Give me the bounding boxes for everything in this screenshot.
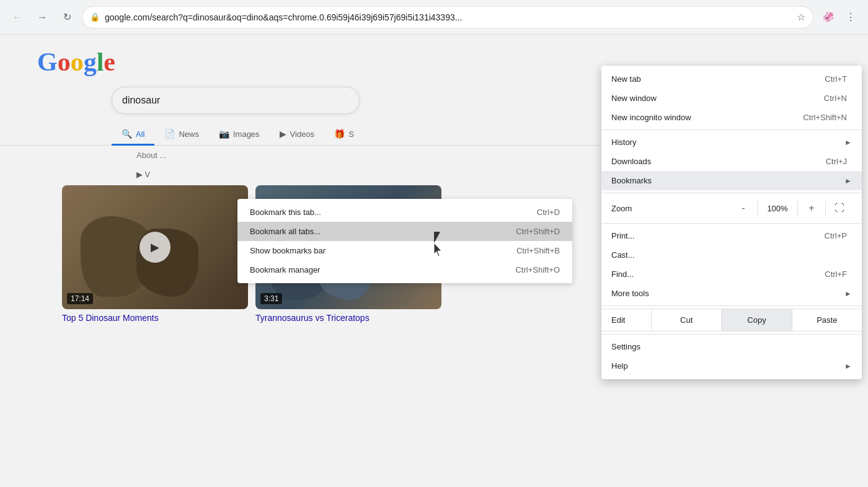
bookmark-manager-label: Bookmark manager: [250, 265, 320, 274]
menu-new-tab-label: New tab: [611, 74, 825, 84]
zoom-fullscreen-button[interactable]: ⛶: [827, 198, 852, 218]
menu-settings-label: Settings: [611, 342, 852, 351]
divider-3: [601, 223, 862, 224]
paste-button[interactable]: Paste: [792, 309, 862, 331]
bookmark-star-icon[interactable]: ☆: [797, 11, 805, 23]
menu-print-label: Print...: [611, 231, 825, 240]
chrome-menu: New tab Ctrl+T New window Ctrl+N New inc…: [601, 66, 862, 379]
back-button[interactable]: ←: [7, 7, 27, 27]
menu-print[interactable]: Print... Ctrl+P: [601, 226, 862, 245]
zoom-value: 100%: [759, 204, 796, 213]
menu-new-window-shortcut: Ctrl+N: [824, 94, 847, 103]
show-bookmarks-bar-shortcut: Ctrl+Shift+B: [516, 246, 560, 255]
zoom-separator-3: [825, 201, 826, 216]
menu-more-tools-label: More tools: [611, 289, 844, 298]
divider-5: [601, 334, 862, 335]
menu-history[interactable]: History ►: [601, 133, 862, 152]
menu-incognito-shortcut: Ctrl+Shift+N: [803, 113, 847, 122]
bookmark-this-tab-label: Bookmark this tab...: [250, 208, 321, 217]
zoom-row: Zoom - 100% + ⛶: [601, 196, 862, 221]
zoom-plus-button[interactable]: +: [799, 198, 824, 218]
bookmark-all-tabs-label: Bookmark all tabs...: [250, 227, 321, 236]
toolbar-icons: 🦑 ⋮: [818, 7, 861, 27]
divider-4: [601, 305, 862, 306]
zoom-separator-2: [797, 201, 798, 216]
browser-toolbar: ← → ↻ 🔒 google.com/search?q=dinosaur&oq=…: [0, 0, 868, 35]
menu-help[interactable]: Help ►: [601, 356, 862, 375]
menu-new-tab[interactable]: New tab Ctrl+T: [601, 69, 862, 89]
menu-print-shortcut: Ctrl+P: [825, 231, 847, 240]
menu-settings[interactable]: Settings: [601, 337, 862, 356]
menu-downloads-shortcut: Ctrl+J: [826, 157, 847, 166]
bookmark-this-tab[interactable]: Bookmark this tab... Ctrl+D: [237, 203, 572, 222]
bookmark-this-tab-shortcut: Ctrl+D: [537, 208, 560, 217]
divider-2: [601, 193, 862, 193]
menu-find[interactable]: Find... Ctrl+F: [601, 265, 862, 284]
zoom-label: Zoom: [611, 204, 731, 213]
bookmark-all-tabs[interactable]: Bookmark all tabs... Ctrl+Shift+D: [237, 222, 572, 241]
menu-find-label: Find...: [611, 270, 825, 279]
bookmarks-arrow-icon: ►: [844, 177, 852, 185]
menu-new-tab-shortcut: Ctrl+T: [825, 74, 847, 84]
menu-cast[interactable]: Cast...: [601, 245, 862, 265]
menu-bookmarks[interactable]: Bookmarks ►: [601, 171, 862, 190]
history-arrow-icon: ►: [844, 138, 852, 147]
menu-history-label: History: [611, 138, 844, 147]
zoom-minus-button[interactable]: -: [731, 198, 756, 218]
extensions-button[interactable]: 🦑: [818, 7, 838, 27]
url-text: google.com/search?q=dinosaur&oq=dino&aqs…: [105, 12, 792, 22]
page-content: G o o g l e dinosaur 🔍 All 📄 News: [0, 35, 868, 487]
menu-bookmarks-label: Bookmarks: [611, 176, 844, 185]
reload-button[interactable]: ↻: [57, 7, 77, 27]
bookmark-manager[interactable]: Bookmark manager Ctrl+Shift+O: [237, 260, 572, 279]
edit-row: Edit Cut Copy Paste: [601, 309, 862, 331]
menu-new-window-label: New window: [611, 94, 824, 103]
menu-incognito[interactable]: New incognito window Ctrl+Shift+N: [601, 108, 862, 127]
divider-1: [601, 129, 862, 130]
menu-downloads-label: Downloads: [611, 157, 826, 166]
address-bar[interactable]: 🔒 google.com/search?q=dinosaur&oq=dino&a…: [82, 6, 813, 29]
help-arrow-icon: ►: [844, 362, 852, 371]
menu-cast-label: Cast...: [611, 250, 852, 260]
more-tools-arrow-icon: ►: [844, 289, 852, 298]
show-bookmarks-bar-label: Show bookmarks bar: [250, 246, 326, 255]
bookmark-all-tabs-shortcut: Ctrl+Shift+D: [516, 227, 560, 236]
lock-icon: 🔒: [90, 12, 100, 22]
menu-help-label: Help: [611, 361, 844, 371]
menu-new-window[interactable]: New window Ctrl+N: [601, 89, 862, 108]
zoom-separator-1: [757, 201, 758, 216]
show-bookmarks-bar[interactable]: Show bookmarks bar Ctrl+Shift+B: [237, 241, 572, 260]
forward-button[interactable]: →: [32, 7, 52, 27]
menu-more-tools[interactable]: More tools ►: [601, 284, 862, 303]
edit-label: Edit: [601, 309, 651, 331]
bookmark-manager-shortcut: Ctrl+Shift+O: [515, 265, 560, 274]
bookmark-submenu: Bookmark this tab... Ctrl+D Bookmark all…: [237, 199, 572, 283]
menu-downloads[interactable]: Downloads Ctrl+J: [601, 152, 862, 171]
menu-incognito-label: New incognito window: [611, 113, 803, 122]
cut-button[interactable]: Cut: [651, 309, 721, 331]
menu-find-shortcut: Ctrl+F: [825, 270, 847, 279]
copy-button[interactable]: Copy: [721, 309, 791, 331]
chrome-menu-button[interactable]: ⋮: [841, 7, 861, 27]
